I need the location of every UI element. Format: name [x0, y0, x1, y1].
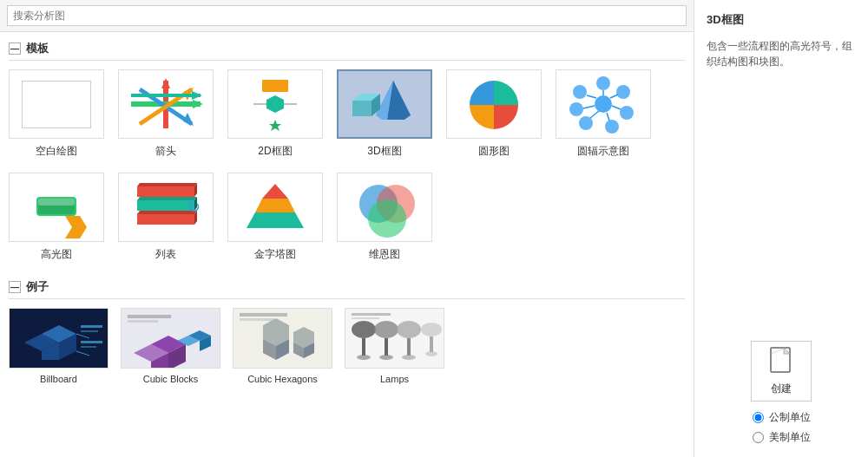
- units-radio-group: 公制单位 美制单位: [753, 410, 811, 445]
- create-label: 创建: [771, 382, 792, 396]
- imperial-units-label: 美制单位: [769, 430, 811, 445]
- svg-line-36: [587, 95, 596, 98]
- template-icon-pyramid: [227, 173, 323, 242]
- svg-rect-98: [430, 336, 433, 352]
- template-radial[interactable]: 圆辐示意图: [556, 69, 651, 159]
- svg-rect-95: [407, 338, 411, 356]
- template-label-venn: 维恩图: [369, 247, 400, 262]
- metric-units-option[interactable]: 公制单位: [753, 410, 811, 425]
- svg-rect-86: [240, 318, 274, 321]
- template-pyramid[interactable]: 金字塔图: [227, 173, 323, 262]
- metric-units-radio[interactable]: [753, 412, 764, 423]
- create-button[interactable]: 创建: [751, 341, 812, 402]
- template-icon-blank: [9, 69, 104, 139]
- svg-marker-53: [247, 212, 304, 228]
- svg-point-99: [425, 351, 437, 356]
- example-label-lamps: Lamps: [380, 374, 409, 384]
- svg-point-88: [352, 321, 376, 338]
- svg-rect-39: [38, 199, 75, 206]
- svg-point-93: [379, 355, 393, 360]
- template-blank[interactable]: 空白绘图: [9, 69, 104, 159]
- templates-section-header: — 模板: [9, 41, 685, 61]
- example-cubic-hexagons[interactable]: Cubic Hexagons: [233, 308, 332, 384]
- template-label-list: 列表: [155, 247, 176, 262]
- template-icon-circle: [446, 69, 542, 139]
- svg-line-26: [610, 95, 618, 98]
- svg-point-97: [421, 323, 442, 336]
- examples-toggle[interactable]: —: [9, 281, 21, 293]
- svg-line-34: [583, 106, 595, 108]
- svg-point-91: [374, 321, 398, 338]
- example-billboard[interactable]: Billboard: [9, 308, 108, 384]
- svg-point-23: [596, 76, 610, 90]
- svg-marker-42: [137, 183, 197, 186]
- svg-marker-104: [784, 348, 790, 354]
- metric-units-label: 公制单位: [769, 410, 811, 425]
- svg-rect-65: [81, 330, 98, 332]
- svg-rect-101: [352, 317, 379, 319]
- svg-marker-3: [193, 100, 203, 108]
- templates-grid: 空白绘图: [9, 69, 685, 262]
- example-thumb-billboard: [9, 308, 108, 369]
- example-thumb-cubic-hexagons: [233, 308, 332, 369]
- panel-description: 包含一些流程图的高光符号，组织结构图和块图。: [707, 38, 856, 69]
- svg-text:↻: ↻: [187, 199, 201, 216]
- svg-rect-89: [362, 338, 365, 356]
- template-label-3d-blocks: 3D框图: [367, 144, 401, 159]
- template-icon-radial: [556, 69, 651, 139]
- svg-rect-10: [262, 80, 288, 92]
- examples-grid: Billboard: [9, 308, 685, 384]
- main-panel: — 模板 空白绘图: [0, 0, 694, 457]
- template-label-radial: 圆辐示意图: [577, 144, 629, 159]
- template-list[interactable]: ↻ 列表: [118, 173, 214, 262]
- svg-point-25: [616, 85, 630, 99]
- template-arrows[interactable]: 箭头: [118, 69, 214, 159]
- template-label-pyramid: 金字塔图: [254, 247, 296, 262]
- template-highlight[interactable]: 高光图: [9, 173, 104, 262]
- template-icon-venn: [337, 173, 432, 242]
- svg-point-56: [368, 199, 406, 238]
- templates-toggle[interactable]: —: [9, 42, 21, 55]
- document-icon: [768, 347, 794, 378]
- svg-rect-100: [352, 313, 391, 316]
- example-cubic-blocks[interactable]: Cubic Blocks: [121, 308, 220, 384]
- svg-line-28: [612, 106, 621, 109]
- imperial-units-option[interactable]: 美制单位: [753, 430, 811, 445]
- imperial-units-radio[interactable]: [753, 432, 764, 443]
- template-3d-blocks[interactable]: 3D框图: [337, 69, 432, 159]
- svg-rect-18: [352, 101, 372, 116]
- search-bar: [0, 0, 694, 32]
- template-circle[interactable]: 圆形图: [446, 69, 542, 159]
- svg-rect-64: [81, 325, 102, 328]
- template-label-arrows: 箭头: [155, 144, 176, 159]
- right-panel: 3D框图 包含一些流程图的高光符号，组织结构图和块图。 创建 公制单位: [694, 0, 868, 457]
- template-icon-list: ↻: [118, 173, 214, 242]
- svg-rect-76: [128, 315, 171, 318]
- svg-point-33: [569, 102, 583, 116]
- template-venn[interactable]: 维恩图: [337, 173, 432, 262]
- svg-marker-51: [262, 184, 288, 199]
- template-icon-arrows: [118, 69, 214, 139]
- svg-marker-11: [266, 95, 284, 113]
- example-lamps[interactable]: Lamps: [345, 308, 444, 384]
- template-label-2d-blocks: 2D框图: [258, 144, 292, 159]
- svg-line-30: [607, 113, 609, 121]
- panel-title: 3D框图: [707, 12, 856, 28]
- svg-marker-12: [269, 120, 281, 131]
- svg-rect-47: [137, 214, 194, 225]
- svg-point-29: [605, 120, 619, 134]
- template-2d-blocks[interactable]: 2D框图: [227, 69, 323, 159]
- svg-rect-67: [81, 346, 96, 348]
- template-label-highlight: 高光图: [41, 247, 72, 262]
- svg-rect-44: [137, 200, 194, 211]
- examples-section-label: 例子: [26, 279, 49, 295]
- svg-rect-85: [240, 313, 287, 317]
- svg-point-35: [573, 85, 587, 99]
- search-input[interactable]: [7, 5, 687, 26]
- template-icon-3d-blocks: [337, 69, 432, 139]
- content-area: — 模板 空白绘图: [0, 32, 694, 457]
- example-thumb-cubic-blocks: [121, 308, 220, 369]
- examples-section-header: — 例子: [9, 279, 685, 299]
- templates-section-label: 模板: [26, 41, 49, 56]
- create-area: 创建 公制单位 美制单位: [707, 341, 856, 445]
